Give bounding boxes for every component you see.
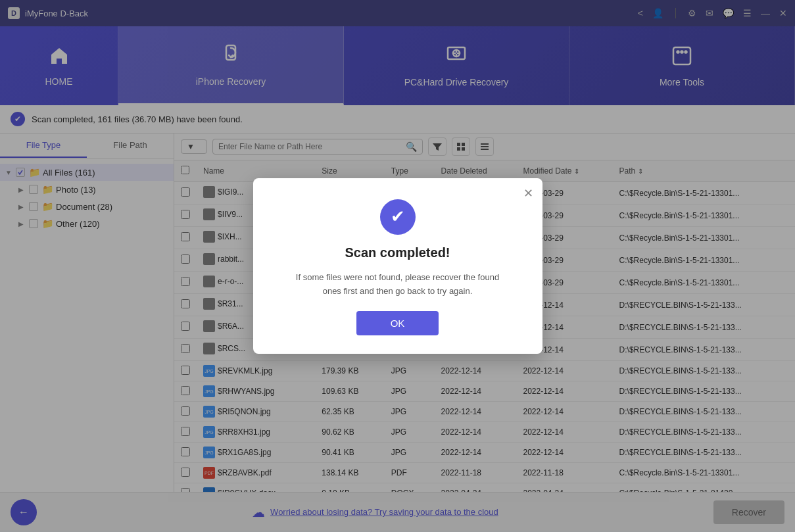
modal-check-icon: ✔: [380, 199, 416, 235]
modal-ok-button[interactable]: OK: [356, 311, 439, 335]
modal-subtitle: If some files were not found, please rec…: [296, 271, 499, 299]
modal-close-button[interactable]: ✕: [523, 186, 533, 201]
modal-overlay: ✕ ✔ Scan completed! If some files were n…: [0, 0, 795, 532]
modal-title: Scan completed!: [345, 245, 450, 260]
scan-complete-modal: ✕ ✔ Scan completed! If some files were n…: [253, 178, 542, 354]
